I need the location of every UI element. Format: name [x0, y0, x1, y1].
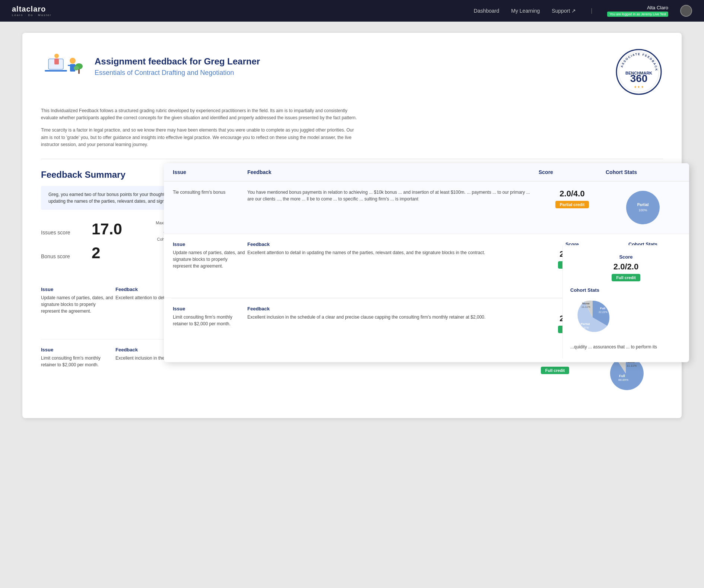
- nav-user-section: Alta Claro You are logged in as Jeremy L…: [607, 5, 668, 17]
- front-row2-issue: Issue Limit consulting firm's monthly re…: [173, 306, 247, 327]
- svg-text:22.22%: 22.22%: [599, 311, 608, 313]
- nav-dashboard[interactable]: Dashboard: [474, 8, 500, 14]
- svg-text:None: None: [582, 302, 590, 305]
- front-row1-feedback-body: Excellent attention to detail in updatin…: [247, 249, 539, 256]
- issues-score-row: Issues score 17.0: [41, 220, 122, 238]
- nav-divider: |: [591, 7, 592, 14]
- right-score-title: Score: [570, 254, 682, 260]
- svg-point-25: [626, 191, 660, 224]
- front-table-row-top: Tie consulting firm's bonus You have men…: [164, 181, 689, 234]
- navbar: altaclaro Learn · Do · Master Dashboard …: [0, 0, 704, 22]
- row2-credit-badge: Full credit: [541, 367, 570, 374]
- page-wrapper: Assignment feedback for Greg Learner Ess…: [0, 22, 704, 429]
- front-row1-issue-body: Update names of parties, dates, and sign…: [173, 249, 247, 269]
- front-row2-feedback: Feedback Excellent inclusion in the sche…: [247, 306, 539, 320]
- user-name: Alta Claro: [647, 5, 668, 10]
- right-cohort-title: Cohort Stats: [570, 287, 682, 293]
- svg-point-6: [54, 54, 59, 58]
- assignment-subtitle: Essentials of Contract Drafting and Nego…: [95, 69, 260, 77]
- bonus-score-label: Bonus score: [41, 253, 86, 259]
- col-header-issue: Issue: [173, 169, 247, 175]
- user-badge: You are logged in as Jeremy Live Test: [607, 12, 668, 17]
- header-illustration: [41, 48, 86, 85]
- section-divider: [41, 159, 663, 159]
- front-row2-issue-body: Limit consulting firm's monthly retainer…: [173, 314, 247, 327]
- row1-issue-cell: Issue Update names of parties, dates, an…: [41, 287, 115, 314]
- front-row2-feedback-title: Feedback: [247, 306, 539, 312]
- svg-rect-7: [54, 59, 59, 64]
- logo-tagline: Learn · Do · Master: [12, 13, 51, 17]
- top-pie-chart: Partial 100%: [624, 189, 662, 226]
- col-header-feedback: Feedback: [247, 169, 539, 175]
- front-row2-feedback-body: Excellent inclusion in the schedule of a…: [247, 314, 539, 320]
- front-row1-feedback: Feedback Excellent attention to detail i…: [247, 241, 539, 256]
- scores-left: Issues score 17.0 Bonus score 2: [41, 220, 122, 268]
- top-score-cell: 2.0/4.0 Partial credit: [539, 189, 606, 208]
- top-issue-cell: Tie consulting firm's bonus: [173, 189, 247, 196]
- table-header: Issue Feedback Score Cohort Stats: [164, 163, 689, 181]
- right-score-panel: Score 2.0/2.0 Full credit Cohort Stats F…: [562, 245, 689, 358]
- right-feedback-text: ...quidity ... assurances that ... to pe…: [570, 344, 682, 350]
- svg-text:360: 360: [630, 73, 648, 84]
- row1-issue-body: Update names of parties, dates, and sign…: [41, 294, 115, 314]
- header-left: Assignment feedback for Greg Learner Ess…: [41, 48, 260, 85]
- nav-support[interactable]: Support ↗: [552, 8, 576, 14]
- header-text: Assignment feedback for Greg Learner Ess…: [95, 56, 260, 77]
- row2-issue-cell: Issue Limit consulting firm's monthly re…: [41, 347, 115, 368]
- top-issue-text: Tie consulting firm's bonus: [173, 189, 247, 196]
- front-row2-issue-title: Issue: [173, 306, 247, 312]
- top-cohort-cell: Partial 100%: [606, 189, 680, 226]
- svg-text:11.11%: 11.11%: [581, 306, 590, 308]
- row2-issue-body: Limit consulting firm's monthly retainer…: [41, 355, 115, 368]
- svg-text:★ ★ ★: ★ ★ ★: [634, 85, 643, 89]
- issues-score-value: 17.0: [92, 220, 122, 238]
- right-pie: Full 22.22% Partial 66.67% None 11.11%: [570, 295, 615, 340]
- bonus-score-row: Bonus score 2: [41, 244, 122, 262]
- svg-point-10: [74, 66, 79, 70]
- col-header-cohort: Cohort Stats: [606, 169, 680, 175]
- assignment-title: Assignment feedback for Greg Learner: [95, 56, 260, 67]
- user-avatar[interactable]: [680, 5, 692, 17]
- assignment-header: Assignment feedback for Greg Learner Ess…: [41, 48, 663, 96]
- description-2: Time scarcity is a factor in legal pract…: [41, 127, 361, 148]
- svg-text:100%: 100%: [638, 208, 647, 212]
- svg-rect-4: [68, 65, 71, 66]
- nav-links: Dashboard My Learning Support ↗ | Alta C…: [474, 5, 692, 17]
- svg-text:Full: Full: [600, 307, 605, 310]
- top-feedback-cell: You have mentioned bonus payments in rel…: [247, 189, 539, 202]
- svg-point-2: [70, 58, 76, 64]
- logo: altaclaro Learn · Do · Master: [12, 5, 51, 17]
- bonus-score-value: 2: [92, 244, 100, 262]
- description-1: This Individualized Feedback follows a s…: [41, 107, 361, 121]
- svg-text:Partial: Partial: [637, 203, 649, 207]
- svg-text:11.11%: 11.11%: [627, 364, 637, 367]
- top-score-fraction: 2.0/4.0: [539, 189, 606, 199]
- right-credit-badge: Full credit: [612, 274, 640, 281]
- front-row1-issue: Issue Update names of parties, dates, an…: [173, 241, 247, 269]
- svg-text:88.89%: 88.89%: [618, 378, 628, 382]
- svg-text:66.67%: 66.67%: [580, 326, 589, 329]
- issues-score-label: Issues score: [41, 230, 86, 235]
- right-score-cell: Score 2.0/2.0 Full credit: [570, 254, 682, 281]
- benchmark-badge: ASSOCIATE FEEDBACK REPORT BENCHMARK 360 …: [615, 48, 663, 96]
- row2-issue-title: Issue: [41, 347, 115, 353]
- top-credit-badge: Partial credit: [555, 201, 589, 208]
- svg-rect-0: [45, 70, 67, 72]
- row1-issue-title: Issue: [41, 287, 115, 292]
- right-score-fraction: 2.0/2.0: [570, 262, 682, 272]
- svg-text:Full: Full: [619, 374, 625, 378]
- front-row1-feedback-title: Feedback: [247, 241, 539, 247]
- top-feedback-text: You have mentioned bonus payments in rel…: [247, 189, 539, 202]
- nav-my-learning[interactable]: My Learning: [511, 8, 540, 14]
- front-row1-issue-title: Issue: [173, 241, 247, 247]
- front-card: Issue Feedback Score Cohort Stats Tie co…: [164, 163, 689, 362]
- col-header-score: Score: [539, 169, 606, 175]
- right-cohort-stats: Cohort Stats Full 22.22% Partial 66.67% …: [570, 287, 682, 341]
- svg-text:Partial: Partial: [581, 322, 590, 326]
